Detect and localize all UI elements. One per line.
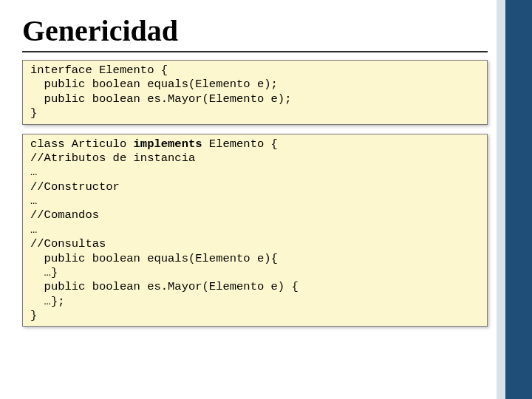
code-line: public boolean es.Mayor(Elemento e) { — [30, 280, 480, 294]
code-line: //Atributos de instancia — [30, 151, 480, 166]
code-line: … — [30, 223, 480, 237]
keyword-implements: implements — [134, 137, 202, 151]
code-line: …}; — [30, 295, 480, 309]
code-line: //Constructor — [30, 180, 480, 194]
code-text: class Articulo — [30, 137, 134, 151]
code-box-class: class Articulo implements Elemento {//At… — [22, 134, 488, 327]
code-line: } — [30, 106, 480, 120]
code-line: … — [30, 194, 480, 208]
title-underline — [22, 51, 488, 52]
code-line: public boolean equals(Elemento e); — [30, 78, 480, 92]
code-line: class Articulo implements Elemento { — [30, 137, 480, 151]
code-line: … — [30, 166, 480, 180]
slide-title: Genericidad — [22, 13, 510, 48]
code-line: //Consultas — [30, 237, 480, 251]
accent-light-bar — [497, 0, 505, 399]
accent-bar — [505, 0, 532, 399]
slide: Genericidad interface Elemento { public … — [0, 0, 532, 399]
code-line: interface Elemento { — [30, 64, 480, 78]
code-box-interface: interface Elemento { public boolean equa… — [22, 60, 488, 125]
code-text: Elemento { — [202, 137, 278, 151]
code-line: public boolean equals(Elemento e){ — [30, 252, 480, 266]
code-line: …} — [30, 266, 480, 280]
code-line: public boolean es.Mayor(Elemento e); — [30, 92, 480, 106]
code-line: } — [30, 309, 480, 323]
code-line: //Comandos — [30, 208, 480, 222]
